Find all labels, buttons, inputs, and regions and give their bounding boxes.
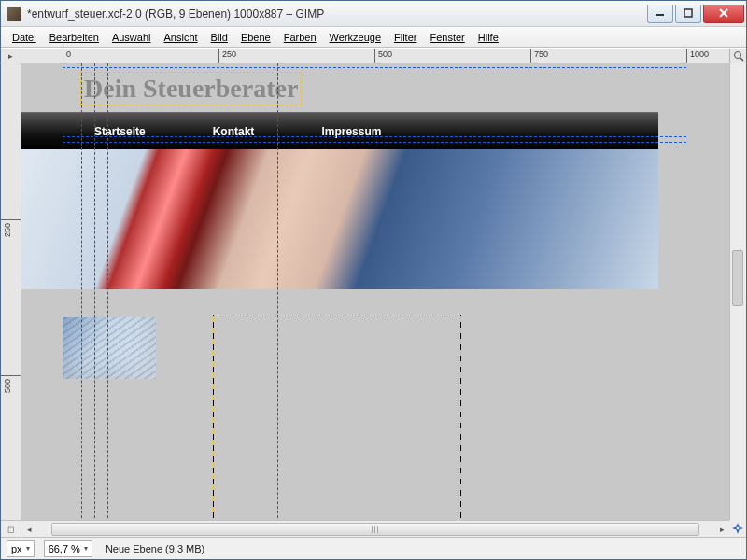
status-message: Neue Ebene (9,3 MB) — [102, 543, 740, 554]
guide-horizontal[interactable] — [63, 67, 686, 68]
menu-filter[interactable]: Filter — [388, 30, 422, 45]
maximize-button[interactable] — [675, 5, 701, 23]
svg-line-5 — [740, 58, 743, 61]
guide-vertical[interactable] — [81, 63, 82, 520]
maximize-icon — [684, 8, 693, 18]
close-icon — [718, 7, 729, 19]
work-area: 0 250 500 750 1000 250 500 Dein Steuerbe… — [1, 48, 746, 537]
text-layer-heading[interactable]: Dein Steuerberater — [81, 73, 301, 105]
dropdown-arrow-icon: ▾ — [84, 544, 88, 553]
ruler-origin-toggle[interactable] — [1, 49, 21, 63]
menu-hilfe[interactable]: Hilfe — [472, 30, 504, 45]
horizontal-scroll-track[interactable] — [51, 523, 699, 536]
navigation-preview-button[interactable] — [729, 520, 746, 537]
vertical-scroll-thumb[interactable] — [732, 250, 743, 306]
ruler-vertical[interactable]: 250 500 — [1, 63, 21, 520]
menu-bearbeiten[interactable]: Bearbeiten — [44, 30, 105, 45]
zoom-icon — [733, 50, 744, 62]
dropdown-arrow-icon: ▾ — [26, 544, 30, 553]
menu-ansicht[interactable]: Ansicht — [158, 30, 203, 45]
app-icon — [7, 7, 21, 21]
menu-fenster[interactable]: Fenster — [424, 30, 470, 45]
zoom-fit-button[interactable] — [729, 49, 746, 63]
statusbar: px▾ 66,7 %▾ Neue Ebene (9,3 MB) — [1, 537, 746, 559]
guide-vertical[interactable] — [277, 63, 278, 520]
ruler-h-label: 750 — [534, 49, 548, 59]
unit-value: px — [11, 543, 22, 554]
minimize-icon — [655, 8, 665, 18]
svg-rect-1 — [684, 9, 692, 17]
horizontal-scrollbar[interactable]: ◂ ▸ — [21, 520, 729, 537]
minimize-button[interactable] — [647, 5, 673, 23]
menubar: Datei Bearbeiten Auswahl Ansicht Bild Eb… — [1, 27, 746, 48]
horizontal-scroll-thumb[interactable] — [52, 524, 698, 535]
thumbnail-image-layer — [63, 317, 156, 379]
hero-image-layer — [21, 149, 658, 289]
ruler-horizontal[interactable]: 0 250 500 750 1000 — [21, 49, 729, 63]
menu-werkzeuge[interactable]: Werkzeuge — [324, 30, 387, 45]
active-layer-boundary — [212, 314, 462, 519]
svg-marker-9 — [738, 526, 743, 530]
guide-horizontal[interactable] — [63, 142, 686, 143]
ruler-h-label: 0 — [66, 49, 71, 59]
ruler-h-label: 250 — [222, 49, 236, 59]
canvas-viewport[interactable]: Dein Steuerberater Startseite Kontakt Im… — [21, 63, 729, 520]
svg-point-4 — [734, 51, 740, 58]
menu-ebene[interactable]: Ebene — [235, 30, 276, 45]
ruler-v-label: 500 — [3, 379, 12, 393]
quick-mask-toggle[interactable]: ◻ — [1, 520, 21, 537]
ruler-h-label: 1000 — [690, 49, 709, 59]
navbar-layer: Startseite Kontakt Impressum — [21, 112, 658, 149]
zoom-value: 66,7 % — [49, 543, 80, 554]
canvas[interactable]: Dein Steuerberater Startseite Kontakt Im… — [63, 63, 686, 520]
scroll-right-arrow-icon[interactable]: ▸ — [714, 523, 729, 536]
titlebar[interactable]: *entwurf_steuer.xcf-2.0 (RGB, 9 Ebenen) … — [1, 1, 746, 27]
vertical-scrollbar[interactable] — [729, 63, 746, 520]
svg-marker-8 — [732, 526, 738, 530]
menu-auswahl[interactable]: Auswahl — [106, 30, 157, 45]
guide-horizontal[interactable] — [63, 136, 686, 137]
guide-vertical[interactable] — [94, 63, 95, 520]
app-window: *entwurf_steuer.xcf-2.0 (RGB, 9 Ebenen) … — [0, 0, 747, 560]
close-button[interactable] — [703, 5, 744, 23]
ruler-h-label: 500 — [378, 49, 392, 59]
ruler-v-label: 250 — [3, 223, 12, 237]
zoom-selector[interactable]: 66,7 %▾ — [44, 540, 92, 557]
menu-farben[interactable]: Farben — [278, 30, 322, 45]
menu-datei[interactable]: Datei — [7, 30, 42, 45]
guide-vertical[interactable] — [107, 63, 108, 520]
unit-selector[interactable]: px▾ — [7, 540, 35, 557]
scroll-left-arrow-icon[interactable]: ◂ — [21, 523, 36, 536]
navigation-icon — [731, 522, 744, 535]
menu-bild[interactable]: Bild — [205, 30, 233, 45]
window-title: *entwurf_steuer.xcf-2.0 (RGB, 9 Ebenen) … — [27, 7, 645, 21]
